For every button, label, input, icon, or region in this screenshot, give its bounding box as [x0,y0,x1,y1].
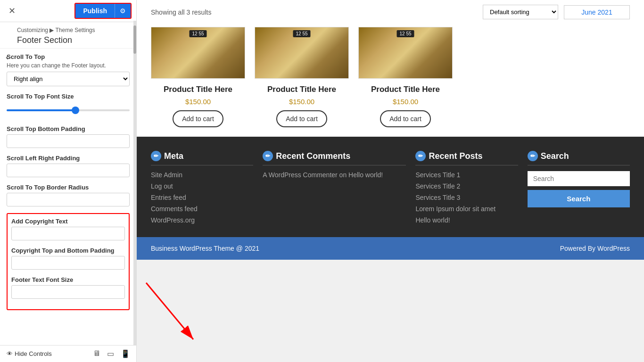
scrollbar[interactable] [133,21,136,362]
date-box: June 2021 [564,5,630,19]
bottom-padding-input[interactable]: 10 [7,134,130,148]
copyright-padding-label: Copyright Top and Bottom Padding [11,247,125,254]
product-title: Product Title Here [255,84,349,95]
footer-search-title: ✏ Search [528,151,630,165]
scroll-to-top-label: Scroll To Top [7,53,130,60]
pencil-icon: ✏ [151,151,161,161]
product-card: 12 55 Product Title Here $150.00 Add to … [358,27,453,127]
alignment-select[interactable]: Right align Left align Center align [7,72,130,86]
section-title: Footer Section [17,35,129,45]
lr-padding-group: Scroll Left Right Padding 15 [7,155,130,177]
breadcrumb: Customizing ▶ Theme Settings Footer Sect… [0,22,136,49]
border-radius-label: Scroll To Top Border Radius [7,184,130,191]
product-image-inner: 12 55 [151,27,245,78]
customizer-panel: ✕ Publish ⚙ ‹ Customizing ▶ Theme Settin… [0,0,137,362]
copyright-input[interactable]: @ 2021 [11,227,125,240]
showing-text: Showing all 3 results [151,8,211,16]
footer-font-size-group: Footer Text Font Size 16 [11,276,125,299]
recent-post-item[interactable]: Services Title 3 [415,194,518,201]
footer-meta-col: ✏ Meta Site Admin Log out Entries feed C… [151,151,253,228]
product-image: 12 55 [151,27,245,79]
footer-grid: ✏ Meta Site Admin Log out Entries feed C… [151,151,630,228]
hide-controls-bar: 👁 Hide Controls 🖥 ▭ 📱 [0,345,137,362]
recent-post-item[interactable]: Services Title 2 [415,182,518,190]
copyright-label: Add Copyright Text [11,218,125,225]
device-icons: 🖥 ▭ 📱 [93,349,130,358]
close-button[interactable]: ✕ [5,4,19,18]
product-title: Product Title Here [358,84,453,95]
meta-link-logout[interactable]: Log out [151,182,253,190]
meta-link-entries-feed[interactable]: Entries feed [151,194,253,201]
footer-recent-comments-col: ✏ Recent Comments A WordPress Commenter … [263,151,406,228]
recent-comment-item: A WordPress Commenter on Hello world! [263,171,406,179]
meta-link-comments-feed[interactable]: Comments feed [151,205,253,213]
customizing-label: Customizing [17,27,48,33]
footer-recent-posts-col: ✏ Recent Posts Services Title 1 Services… [415,151,518,228]
product-card: 12 55 Product Title Here $150.00 Add to … [151,27,245,127]
font-size-slider-container [7,102,130,119]
tablet-icon[interactable]: ▭ [107,349,114,358]
pencil-icon: ✏ [415,151,426,161]
breadcrumb-separator: ▶ [50,27,55,33]
site-footer: ✏ Meta Site Admin Log out Entries feed C… [137,137,644,260]
footer-bottom-bar: Business WordPress Theme @ 2021 Powered … [137,237,644,260]
mobile-icon[interactable]: 📱 [121,349,130,358]
product-card: 12 55 Product Title Here $150.00 Add to … [255,27,349,127]
copyright-padding-group: Copyright Top and Bottom Padding 20 [11,247,125,270]
lr-padding-label: Scroll Left Right Padding [7,155,130,162]
controls-area: Scroll To Top Here you can change the Fo… [0,49,136,315]
font-size-label: Scroll To Top Font Size [7,93,130,100]
border-radius-input[interactable]: 50 [7,193,130,206]
footer-comments-title: ✏ Recent Comments [263,151,406,165]
add-to-cart-button[interactable]: Add to cart [173,110,223,127]
copyright-group: Add Copyright Text @ 2021 Copyright Top … [7,213,130,310]
bottom-padding-label: Scroll Top Bottom Padding [7,125,130,132]
products-header: Showing all 3 results Default sorting Ju… [151,5,630,19]
scrollbar-thumb [133,25,136,54]
publish-button[interactable]: Publish [75,4,115,18]
hide-controls-label: Hide Controls [15,350,52,357]
product-clock: 12 55 [396,30,414,37]
footer-search-col: ✏ Search Search [528,151,630,228]
footer-font-size-input[interactable]: 16 [11,285,125,299]
product-image: 12 55 [358,27,453,79]
footer-posts-title: ✏ Recent Posts [415,151,518,165]
hide-controls-button[interactable]: 👁 Hide Controls [7,350,52,357]
sort-select[interactable]: Default sorting [483,5,558,19]
eye-icon: 👁 [7,350,13,357]
scroll-to-top-desc: Here you can change the Footer layout. [7,62,130,69]
footer-powered: Powered By WordPress [560,245,630,252]
bottom-padding-group: Scroll Top Bottom Padding 10 [7,125,130,148]
product-image-inner: 12 55 [359,27,452,78]
desktop-icon[interactable]: 🖥 [93,349,100,358]
footer-search-button[interactable]: Search [528,190,630,207]
main-content: Showing all 3 results Default sorting Ju… [137,0,644,362]
pencil-icon: ✏ [263,151,273,161]
theme-settings-label: Theme Settings [56,27,95,33]
meta-link-wordpress[interactable]: WordPress.org [151,216,253,224]
copyright-padding-input[interactable]: 20 [11,256,125,270]
top-bar: ✕ Publish ⚙ [0,0,136,22]
products-section: Showing all 3 results Default sorting Ju… [137,0,644,137]
slider-thumb[interactable] [72,107,79,114]
add-to-cart-button[interactable]: Add to cart [380,110,431,127]
back-button[interactable]: ‹ [0,49,14,66]
settings-button[interactable]: ⚙ [115,4,131,18]
product-price: $150.00 [151,98,245,106]
sort-select-wrap: Default sorting June 2021 [483,5,630,19]
slider-fill [7,109,74,111]
meta-link-site-admin[interactable]: Site Admin [151,171,253,179]
recent-post-item[interactable]: Lorem Ipsum dolor sit amet [415,205,518,213]
recent-post-item[interactable]: Hello world! [415,216,518,224]
slider-track [7,109,130,111]
recent-post-item[interactable]: Services Title 1 [415,171,518,179]
lr-padding-input[interactable]: 15 [7,164,130,177]
border-radius-group: Scroll To Top Border Radius 50 [7,184,130,206]
publish-group: Publish ⚙ [74,3,132,19]
footer-meta-title: ✏ Meta [151,151,253,165]
product-price: $150.00 [358,98,453,106]
footer-search-input[interactable] [528,171,630,186]
products-grid: 12 55 Product Title Here $150.00 Add to … [151,27,630,127]
add-to-cart-button[interactable]: Add to cart [276,110,327,127]
product-title: Product Title Here [151,84,245,95]
